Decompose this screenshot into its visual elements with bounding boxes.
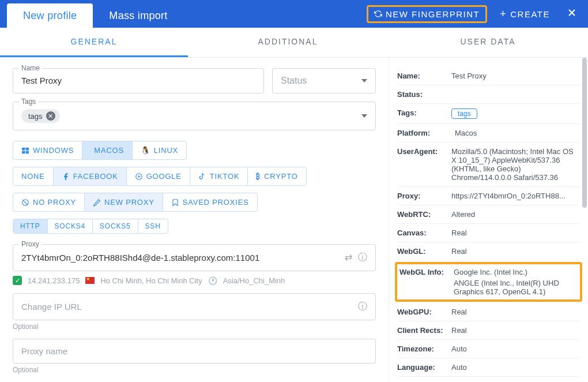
info-label: Language: [397, 363, 451, 372]
swap-icon[interactable]: ⇄ [345, 252, 352, 264]
os-linux[interactable]: 🐧 LINUX [132, 141, 186, 159]
platform-google[interactable]: GOOGLE [126, 167, 190, 185]
create-label: CREATE [510, 9, 550, 19]
protocol-ssh[interactable]: SSH [138, 219, 168, 233]
info-label: UserAgent: [397, 147, 451, 156]
close-icon [566, 7, 578, 18]
proxy-mode-none-label: NO PROXY [33, 198, 76, 207]
svg-rect-3 [26, 151, 29, 153]
proxy-name-input[interactable] [21, 346, 367, 356]
optional-hint: Optional [13, 366, 376, 374]
info-row: Geolocation:Auto [397, 377, 580, 382]
left-panel: Name Status Tags tags ✕ WINDOWS [0, 58, 389, 382]
proxy-mode-new[interactable]: NEW PROXY [84, 193, 163, 211]
clock-icon: 🕐 [208, 276, 217, 285]
os-windows[interactable]: WINDOWS [13, 141, 82, 159]
status-select[interactable]: Status [272, 68, 376, 93]
os-group: WINDOWS MACOS 🐧 LINUX [13, 141, 187, 160]
plus-icon: + [500, 8, 507, 20]
svg-rect-1 [26, 147, 29, 150]
linux-icon: 🐧 [141, 146, 150, 155]
platform-facebook[interactable]: FACEBOOK [53, 167, 126, 185]
top-tabs: New profile Mass import [7, 0, 184, 28]
platform-facebook-label: FACEBOOK [73, 172, 118, 181]
info-icon[interactable]: ⓘ [358, 252, 367, 264]
info-value: Real [451, 308, 580, 316]
chevron-down-icon [361, 79, 367, 83]
info-value: Macos [451, 129, 580, 137]
bookmark-icon [171, 199, 179, 207]
close-button[interactable] [563, 6, 581, 22]
protocol-socks4[interactable]: SOCKS4 [47, 219, 93, 233]
info-row: Name:Test Proxy [397, 67, 580, 85]
tag-remove-icon[interactable]: ✕ [46, 111, 55, 121]
protocol-socks5[interactable]: SOCKS5 [92, 219, 138, 233]
tiktok-icon [198, 173, 206, 181]
platform-tiktok[interactable]: TIKTOK [190, 167, 248, 185]
protocol-socks5-label: SOCKS5 [100, 222, 131, 230]
info-row: Status: [397, 85, 580, 104]
info-value: Test Proxy [451, 72, 580, 80]
info-row: Client Rects:Real [397, 321, 580, 340]
os-macos[interactable]: MACOS [82, 141, 132, 159]
bitcoin-icon: ₿ [256, 172, 261, 181]
info-value: Auto [451, 344, 580, 353]
info-value: https://2TYt4bmrOn_0:2oRTH88... [451, 192, 580, 200]
change-ip-field: ⓘ [13, 293, 376, 320]
info-row: WebGL Info:Google Inc. (Intel Inc.)ANGLE… [395, 262, 582, 302]
platform-none[interactable]: NONE [13, 167, 53, 185]
info-row: Language:Auto [397, 358, 580, 377]
proxy-mode-none[interactable]: NO PROXY [13, 193, 84, 211]
info-icon[interactable]: ⓘ [358, 301, 367, 313]
name-status-row: Name Status [13, 68, 376, 93]
info-label: Proxy: [397, 192, 451, 200]
protocol-group: HTTP SOCKS4 SOCKS5 SSH [13, 219, 168, 234]
tag-chip-label: tags [28, 112, 43, 121]
sub-tabs: GENERAL ADDITIONAL USER DATA [0, 28, 588, 58]
tab-user-data[interactable]: USER DATA [388, 28, 588, 57]
proxy-timezone: Asia/Ho_Chi_Minh [223, 276, 285, 285]
new-fingerprint-button[interactable]: NEW FINGERPRINT [367, 5, 487, 23]
info-label: Client Rects: [397, 326, 451, 335]
info-row: WebGPU:Real [397, 303, 580, 321]
info-panel: Name:Test ProxyStatus:Tags:tagsPlatform:… [389, 58, 588, 382]
tab-additional[interactable]: ADDITIONAL [188, 28, 388, 57]
refresh-icon [374, 10, 382, 18]
info-value: Real [451, 229, 580, 237]
tab-new-profile[interactable]: New profile [7, 3, 93, 28]
scrollbar[interactable] [582, 58, 587, 208]
tag-chip: tags ✕ [21, 109, 60, 123]
google-icon [135, 173, 143, 181]
proxy-mode-saved[interactable]: SAVED PROXIES [163, 193, 257, 211]
main-content: Name Status Tags tags ✕ WINDOWS [0, 58, 588, 382]
status-placeholder: Status [281, 76, 307, 86]
info-label: WebGL: [397, 247, 451, 256]
platform-none-label: NONE [21, 172, 45, 181]
info-label: Timezone: [397, 344, 451, 353]
flag-icon [85, 277, 95, 284]
os-windows-label: WINDOWS [33, 146, 74, 155]
info-label: Canvas: [397, 229, 451, 237]
proxy-mode-new-label: NEW PROXY [104, 198, 154, 207]
info-row: Timezone:Auto [397, 340, 580, 358]
proxy-mode-group: NO PROXY NEW PROXY SAVED PROXIES [13, 193, 258, 212]
info-value: Auto [451, 363, 580, 372]
platform-crypto-label: CRYPTO [264, 172, 298, 181]
info-value: Real [451, 326, 580, 335]
protocol-http[interactable]: HTTP [13, 219, 47, 233]
name-input[interactable] [21, 76, 255, 85]
tab-mass-import[interactable]: Mass import [93, 3, 183, 28]
platform-google-label: GOOGLE [146, 172, 182, 181]
create-button[interactable]: + CREATE [494, 5, 556, 24]
info-label: Name: [397, 72, 451, 80]
info-value: Google Inc. (Intel Inc.)ANGLE (Intel Inc… [454, 268, 578, 296]
info-label: Platform: [397, 129, 451, 137]
proxy-input[interactable] [21, 253, 345, 263]
change-ip-input[interactable] [21, 302, 358, 312]
info-row: Tags:tags [397, 104, 580, 124]
platform-crypto[interactable]: ₿ CRYPTO [247, 167, 306, 185]
tags-field[interactable]: Tags tags ✕ [13, 102, 376, 130]
header-bar: New profile Mass import NEW FINGERPRINT … [0, 0, 588, 28]
tab-general[interactable]: GENERAL [0, 28, 188, 57]
protocol-socks4-label: SOCKS4 [55, 222, 86, 230]
